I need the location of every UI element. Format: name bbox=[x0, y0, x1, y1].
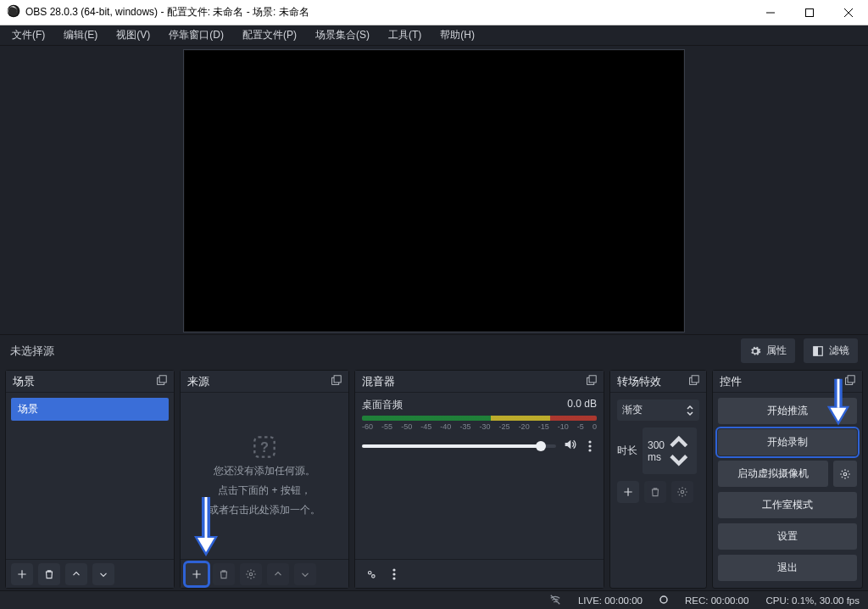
svg-point-24 bbox=[681, 491, 684, 494]
record-icon bbox=[659, 595, 668, 606]
transition-add-button[interactable] bbox=[617, 481, 639, 503]
network-icon bbox=[549, 594, 561, 607]
dock-sources: 来源 ? 您还没有添加任何源。 点击下面的 + 按钮， 或者右击此处添加一个。 bbox=[180, 370, 349, 589]
maximize-button[interactable] bbox=[790, 0, 829, 25]
trash-icon bbox=[218, 568, 230, 580]
start-recording-button[interactable]: 开始录制 bbox=[718, 429, 857, 455]
popout-icon[interactable] bbox=[586, 375, 597, 388]
popout-icon[interactable] bbox=[844, 375, 855, 388]
menu-edit[interactable]: 编辑(E) bbox=[55, 25, 106, 45]
filter-icon bbox=[812, 345, 824, 357]
updown-icon bbox=[686, 404, 694, 417]
menu-scenes[interactable]: 场景集合(S) bbox=[307, 25, 378, 45]
menu-file[interactable]: 文件(F) bbox=[3, 25, 53, 45]
status-cpu: CPU: 0.1%, 30.00 fps bbox=[765, 595, 860, 606]
gear-icon bbox=[245, 568, 257, 580]
updown-icon bbox=[666, 431, 692, 471]
trash-icon bbox=[649, 486, 661, 498]
popout-icon[interactable] bbox=[688, 375, 699, 388]
menu-tools[interactable]: 工具(T) bbox=[380, 25, 430, 45]
mixer-settings-button[interactable] bbox=[360, 563, 382, 585]
svg-rect-8 bbox=[334, 375, 341, 382]
properties-button[interactable]: 属性 bbox=[741, 338, 795, 363]
mixer-volume-slider[interactable] bbox=[362, 444, 556, 448]
svg-point-19 bbox=[392, 568, 395, 571]
close-button[interactable] bbox=[829, 0, 868, 25]
filters-button[interactable]: 滤镜 bbox=[804, 338, 858, 363]
svg-point-28 bbox=[660, 596, 667, 603]
source-add-button[interactable] bbox=[186, 563, 208, 585]
source-up-button[interactable] bbox=[267, 563, 289, 585]
transition-select[interactable]: 渐变 bbox=[617, 399, 699, 421]
dock-controls: 控件 开始推流 开始录制 启动虚拟摄像机 工作室模式 设置 退出 bbox=[712, 370, 863, 589]
popout-icon[interactable] bbox=[331, 375, 342, 388]
source-properties-button[interactable] bbox=[240, 563, 262, 585]
dock-mixer: 混音器 桌面音频 0.0 dB -60-55-50-45-40-35-30-25… bbox=[354, 370, 604, 589]
scene-item-selected[interactable]: 场景 bbox=[11, 398, 169, 421]
scene-add-button[interactable] bbox=[11, 563, 33, 585]
speaker-icon[interactable] bbox=[563, 438, 576, 455]
exit-button[interactable]: 退出 bbox=[718, 555, 857, 581]
svg-point-17 bbox=[369, 571, 372, 574]
preview-area bbox=[0, 46, 868, 334]
start-streaming-button[interactable]: 开始推流 bbox=[718, 398, 857, 424]
transition-remove-button[interactable] bbox=[644, 481, 666, 503]
mixer-channel-menu[interactable] bbox=[583, 438, 597, 455]
status-rec: REC: 00:00:00 bbox=[685, 595, 748, 606]
svg-point-20 bbox=[392, 573, 395, 575]
mixer-ticks: -60-55-50-45-40-35-30-25-20-15-10-50 bbox=[362, 422, 597, 431]
menubar: 文件(F) 编辑(E) 视图(V) 停靠窗口(D) 配置文件(P) 场景集合(S… bbox=[0, 25, 868, 46]
menu-dock[interactable]: 停靠窗口(D) bbox=[160, 25, 232, 45]
svg-rect-4 bbox=[814, 346, 818, 355]
scene-remove-button[interactable] bbox=[38, 563, 60, 585]
svg-rect-6 bbox=[159, 375, 166, 382]
question-icon: ? bbox=[253, 435, 276, 459]
svg-point-14 bbox=[588, 440, 591, 443]
mixer-channel-name: 桌面音频 bbox=[362, 398, 403, 412]
dock-transitions: 转场特效 渐变 时长 300 ms bbox=[609, 370, 707, 589]
dock-scenes-title: 场景 bbox=[13, 374, 35, 389]
settings-button[interactable]: 设置 bbox=[718, 523, 857, 550]
svg-rect-2 bbox=[806, 8, 814, 16]
statusbar: LIVE: 00:00:00 REC: 00:00:00 CPU: 0.1%, … bbox=[0, 590, 868, 609]
sources-empty-state: ? 您还没有添加任何源。 点击下面的 + 按钮， 或者右击此处添加一个。 bbox=[186, 396, 343, 556]
status-live: LIVE: 00:00:00 bbox=[578, 595, 643, 606]
menu-profile[interactable]: 配置文件(P) bbox=[234, 25, 305, 45]
transition-duration-input[interactable]: 300 ms bbox=[643, 427, 697, 474]
mixer-channel: 桌面音频 0.0 dB -60-55-50-45-40-35-30-25-20-… bbox=[360, 396, 598, 455]
transition-properties-button[interactable] bbox=[671, 481, 693, 503]
svg-rect-26 bbox=[848, 375, 854, 382]
dock-controls-title: 控件 bbox=[720, 374, 742, 389]
scene-up-button[interactable] bbox=[65, 563, 87, 585]
window-title: OBS 28.0.3 (64-bit, windows) - 配置文件: 未命名… bbox=[25, 5, 309, 20]
source-down-button[interactable] bbox=[294, 563, 316, 585]
source-remove-button[interactable] bbox=[213, 563, 235, 585]
popout-icon[interactable] bbox=[156, 375, 167, 388]
gear-icon bbox=[749, 345, 761, 357]
svg-point-16 bbox=[588, 449, 591, 451]
scene-down-button[interactable] bbox=[92, 563, 114, 585]
minimize-button[interactable] bbox=[751, 0, 790, 25]
studio-mode-button[interactable]: 工作室模式 bbox=[718, 492, 857, 518]
virtual-camera-button[interactable]: 启动虚拟摄像机 bbox=[718, 461, 828, 487]
no-source-label: 未选择源 bbox=[10, 344, 54, 359]
dock-sources-title: 来源 bbox=[187, 374, 209, 389]
virtual-camera-settings-button[interactable] bbox=[833, 461, 857, 487]
preview-canvas[interactable] bbox=[184, 50, 684, 332]
gear-icon bbox=[839, 468, 851, 480]
dock-mixer-title: 混音器 bbox=[362, 374, 395, 389]
svg-text:?: ? bbox=[260, 439, 269, 454]
dock-scenes: 场景 场景 bbox=[5, 370, 175, 589]
menu-view[interactable]: 视图(V) bbox=[108, 25, 159, 45]
svg-point-27 bbox=[843, 472, 847, 476]
svg-rect-23 bbox=[692, 375, 698, 382]
titlebar: OBS 28.0.3 (64-bit, windows) - 配置文件: 未命名… bbox=[0, 0, 868, 25]
transition-duration-label: 时长 bbox=[617, 444, 637, 458]
mixer-meter bbox=[362, 416, 597, 421]
obs-logo-icon bbox=[7, 4, 20, 21]
mixer-menu-button[interactable] bbox=[387, 566, 401, 583]
svg-point-15 bbox=[588, 444, 591, 447]
gear-icon bbox=[676, 486, 688, 498]
trash-icon bbox=[43, 568, 55, 580]
menu-help[interactable]: 帮助(H) bbox=[431, 25, 483, 45]
